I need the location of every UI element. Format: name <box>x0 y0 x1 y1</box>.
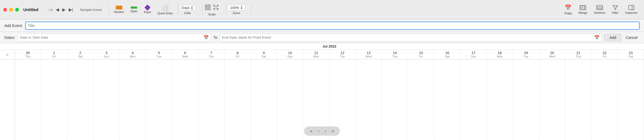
span-button[interactable]: Span <box>127 5 141 14</box>
day-header-col: 12Tue <box>330 50 356 59</box>
filter-button[interactable]: Filter <box>609 4 622 15</box>
scale-label: Scale <box>208 13 216 16</box>
month-label: Jul 2022 <box>15 44 644 48</box>
day-body-col <box>565 59 592 140</box>
nav-next-button[interactable]: ▶ <box>61 6 67 13</box>
right-toolbar: 📅 Today Range Sections Filter <box>561 3 641 16</box>
zoom-chevron-icon: ▲ ▼ <box>240 5 243 10</box>
inspector-icon <box>628 5 634 10</box>
units-select[interactable]: Days ▲ ▼ <box>180 5 195 11</box>
day-body-col <box>513 59 539 140</box>
day-body-col <box>225 59 251 140</box>
maximize-button[interactable] <box>15 8 19 12</box>
scale-icons <box>204 4 220 12</box>
quick-entry-icon: ⬜ <box>162 4 169 11</box>
day-body-col <box>15 59 41 140</box>
scale-expand-button[interactable] <box>212 4 220 12</box>
zoom-select[interactable]: 100% ▲ ▼ <box>228 5 245 11</box>
units-label: Units <box>184 11 191 15</box>
start-date-input[interactable] <box>20 35 202 39</box>
day-header-col: 4Mon <box>120 50 146 59</box>
day-header-col: 19Tue <box>513 50 539 59</box>
today-icon: 📅 <box>565 4 571 11</box>
day-body-col <box>41 59 67 140</box>
navigate-events-group: |◀ ◀ ▶ ▶| <box>47 6 75 13</box>
sections-icon <box>596 5 603 10</box>
day-header-col: 20Wed <box>539 50 566 59</box>
svg-rect-8 <box>597 5 603 10</box>
day-body-col <box>172 59 198 140</box>
titlebar: Untitled |◀ ◀ ▶ ▶| Navigate Events Secti… <box>0 0 644 19</box>
start-date-calendar-icon[interactable]: 📅 <box>203 35 209 40</box>
point-button[interactable]: Point <box>141 4 154 15</box>
nav-bottom-next-button[interactable]: › <box>323 128 328 134</box>
cancel-button[interactable]: Cancel <box>623 34 640 41</box>
range-label: Range <box>579 11 587 14</box>
window-controls <box>3 8 19 12</box>
quick-entry-label: Quick Entry <box>157 12 173 15</box>
day-body-col <box>592 59 618 140</box>
day-header-col: 14Thu <box>382 50 408 59</box>
calendar-body: « ‹ › » <box>0 59 644 140</box>
nav-prev-button[interactable]: ◀ <box>54 6 61 13</box>
day-body-col <box>251 59 277 140</box>
today-button[interactable]: 📅 Today <box>561 3 575 16</box>
day-body-col <box>408 59 434 140</box>
section-button[interactable]: Section <box>111 5 127 15</box>
nav-bottom-last-button[interactable]: » <box>330 128 336 134</box>
day-body-col <box>120 59 146 140</box>
navigate-events-label: Navigate Events <box>80 8 102 11</box>
add-button[interactable]: Add <box>604 34 621 41</box>
day-body-col <box>539 59 566 140</box>
scale-group: Scale <box>204 4 220 16</box>
day-header-col: 8Fri <box>225 50 251 59</box>
svg-rect-11 <box>629 5 634 10</box>
nav-bottom-first-button[interactable]: « <box>308 128 314 134</box>
nav-bottom-prev-button[interactable]: ‹ <box>316 128 321 134</box>
zoom-group: 100% ▲ ▼ Zoom <box>228 5 245 15</box>
inspector-label: Inspector <box>625 11 638 14</box>
body-gutter <box>0 59 15 140</box>
nav-last-button[interactable]: ▶| <box>67 6 75 13</box>
day-header-col: 23Sat <box>618 50 644 59</box>
today-label: Today <box>564 12 572 15</box>
title-input[interactable] <box>25 22 640 30</box>
days-header: d 30Thu1Fri2Sat3Sun4Mon5Tue6Wed7Thu8Fri9… <box>0 50 644 59</box>
nav-first-button[interactable]: |◀ <box>47 6 54 13</box>
days-gutter: d <box>0 50 15 59</box>
to-label: To <box>213 35 218 40</box>
day-header-col: 6Wed <box>172 50 198 59</box>
day-body-col <box>198 59 225 140</box>
day-body-col <box>382 59 408 140</box>
day-header-col: 1Fri <box>41 50 67 59</box>
day-header-col: 11Mon <box>303 50 330 59</box>
close-button[interactable] <box>3 8 7 12</box>
window-title: Untitled <box>23 7 38 12</box>
separator-4 <box>226 4 226 15</box>
units-group: Days ▲ ▼ Units <box>180 5 195 15</box>
day-header-col: 7Thu <box>198 50 225 59</box>
day-header-col: 22Fri <box>592 50 618 59</box>
day-header-col: 10Sun <box>277 50 303 59</box>
end-date-input[interactable] <box>222 35 593 39</box>
scale-expand-icon <box>213 4 219 10</box>
scale-fit-icon <box>205 4 211 10</box>
inspector-button[interactable]: Inspector <box>622 4 641 15</box>
minimize-button[interactable] <box>9 8 13 12</box>
end-date-calendar-icon[interactable]: 📅 <box>594 35 600 40</box>
scale-fit-button[interactable] <box>204 4 212 12</box>
sections-button[interactable]: Sections <box>591 4 609 15</box>
dates-bar: Dates: 📅 To 📅 Add Cancel <box>0 32 644 43</box>
section-icon <box>116 6 122 9</box>
range-button[interactable]: Range <box>575 4 590 15</box>
day-body-col <box>67 59 94 140</box>
day-header-col: 2Sat <box>67 50 94 59</box>
nav-bottom: « ‹ › » <box>304 126 340 136</box>
dates-label: Dates: <box>4 35 15 40</box>
quick-entry-button[interactable]: ⬜ Quick Entry <box>154 3 176 16</box>
day-body-col <box>461 59 487 140</box>
zoom-value: 100% <box>230 6 239 10</box>
day-body-col <box>487 59 513 140</box>
day-header-col: 30Thu <box>15 50 41 59</box>
start-date-wrapper: 📅 <box>17 34 211 42</box>
